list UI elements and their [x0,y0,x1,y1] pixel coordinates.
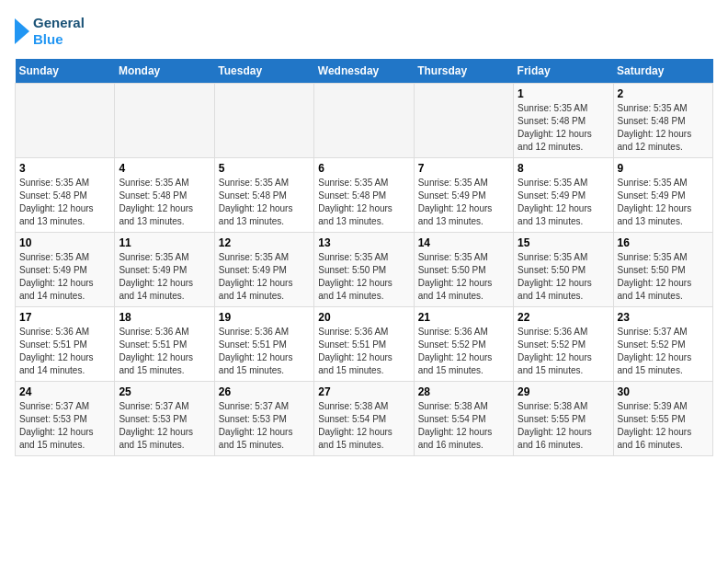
calendar-cell: 30Sunrise: 5:39 AM Sunset: 5:55 PM Dayli… [613,382,712,456]
day-info: Sunrise: 5:37 AM Sunset: 5:53 PM Dayligh… [119,400,210,452]
calendar-cell: 14Sunrise: 5:35 AM Sunset: 5:50 PM Dayli… [414,233,513,307]
day-number: 11 [119,236,210,249]
calendar-cell: 11Sunrise: 5:35 AM Sunset: 5:49 PM Dayli… [115,233,214,307]
day-info: Sunrise: 5:35 AM Sunset: 5:48 PM Dayligh… [19,177,110,228]
calendar-cell: 9Sunrise: 5:35 AM Sunset: 5:49 PM Daylig… [613,158,712,233]
calendar-cell [414,84,513,158]
day-number: 12 [219,236,310,249]
weekday-header-wednesday: Wednesday [314,59,414,84]
day-info: Sunrise: 5:35 AM Sunset: 5:49 PM Dayligh… [19,251,110,303]
calendar-cell: 21Sunrise: 5:36 AM Sunset: 5:52 PM Dayli… [414,307,513,382]
day-number: 14 [418,236,509,249]
day-info: Sunrise: 5:38 AM Sunset: 5:54 PM Dayligh… [418,400,509,452]
calendar-cell: 13Sunrise: 5:35 AM Sunset: 5:50 PM Dayli… [314,233,414,307]
day-number: 20 [318,311,409,324]
day-info: Sunrise: 5:39 AM Sunset: 5:55 PM Dayligh… [618,400,709,452]
day-number: 4 [119,162,210,175]
day-number: 16 [618,236,709,249]
day-number: 29 [518,385,609,398]
calendar-cell: 1Sunrise: 5:35 AM Sunset: 5:48 PM Daylig… [514,84,613,158]
day-info: Sunrise: 5:36 AM Sunset: 5:51 PM Dayligh… [19,326,110,377]
day-number: 24 [19,385,110,398]
day-number: 15 [518,236,609,249]
logo-text: General Blue [33,15,85,48]
day-info: Sunrise: 5:38 AM Sunset: 5:55 PM Dayligh… [518,400,609,452]
day-info: Sunrise: 5:35 AM Sunset: 5:48 PM Dayligh… [618,102,709,154]
logo: General Blue [15,15,85,48]
calendar-cell: 6Sunrise: 5:35 AM Sunset: 5:48 PM Daylig… [314,158,414,233]
day-info: Sunrise: 5:35 AM Sunset: 5:48 PM Dayligh… [119,177,210,228]
day-info: Sunrise: 5:36 AM Sunset: 5:51 PM Dayligh… [119,326,210,377]
day-info: Sunrise: 5:35 AM Sunset: 5:49 PM Dayligh… [418,177,509,228]
calendar-cell: 19Sunrise: 5:36 AM Sunset: 5:51 PM Dayli… [214,307,313,382]
day-number: 17 [19,311,110,324]
day-info: Sunrise: 5:35 AM Sunset: 5:49 PM Dayligh… [119,251,210,303]
day-info: Sunrise: 5:36 AM Sunset: 5:51 PM Dayligh… [318,326,409,377]
svg-marker-0 [15,18,29,44]
day-number: 9 [618,162,709,175]
calendar-cell [314,84,414,158]
day-number: 19 [219,311,310,324]
calendar-week-5: 24Sunrise: 5:37 AM Sunset: 5:53 PM Dayli… [16,382,713,456]
day-info: Sunrise: 5:35 AM Sunset: 5:50 PM Dayligh… [518,251,609,303]
day-number: 5 [219,162,310,175]
day-info: Sunrise: 5:36 AM Sunset: 5:52 PM Dayligh… [518,326,609,377]
weekday-header-monday: Monday [115,59,214,84]
day-number: 2 [618,87,709,100]
calendar-cell: 24Sunrise: 5:37 AM Sunset: 5:53 PM Dayli… [16,382,115,456]
day-number: 27 [318,385,409,398]
calendar-week-2: 3Sunrise: 5:35 AM Sunset: 5:48 PM Daylig… [16,158,713,233]
weekday-header-saturday: Saturday [613,59,712,84]
day-info: Sunrise: 5:35 AM Sunset: 5:48 PM Dayligh… [518,102,609,154]
logo-triangle-icon [15,18,29,44]
calendar-cell: 20Sunrise: 5:36 AM Sunset: 5:51 PM Dayli… [314,307,414,382]
day-info: Sunrise: 5:35 AM Sunset: 5:50 PM Dayligh… [618,251,709,303]
calendar-cell: 2Sunrise: 5:35 AM Sunset: 5:48 PM Daylig… [613,84,712,158]
day-number: 22 [518,311,609,324]
calendar-week-1: 1Sunrise: 5:35 AM Sunset: 5:48 PM Daylig… [16,84,713,158]
day-number: 13 [318,236,409,249]
day-info: Sunrise: 5:36 AM Sunset: 5:52 PM Dayligh… [418,326,509,377]
calendar-week-3: 10Sunrise: 5:35 AM Sunset: 5:49 PM Dayli… [16,233,713,307]
calendar-cell: 18Sunrise: 5:36 AM Sunset: 5:51 PM Dayli… [115,307,214,382]
calendar-cell: 7Sunrise: 5:35 AM Sunset: 5:49 PM Daylig… [414,158,513,233]
day-info: Sunrise: 5:35 AM Sunset: 5:50 PM Dayligh… [318,251,409,303]
day-number: 6 [318,162,409,175]
calendar-table: SundayMondayTuesdayWednesdayThursdayFrid… [15,59,713,456]
calendar-cell: 3Sunrise: 5:35 AM Sunset: 5:48 PM Daylig… [16,158,115,233]
calendar-cell: 8Sunrise: 5:35 AM Sunset: 5:49 PM Daylig… [514,158,613,233]
day-info: Sunrise: 5:36 AM Sunset: 5:51 PM Dayligh… [219,326,310,377]
calendar-cell: 10Sunrise: 5:35 AM Sunset: 5:49 PM Dayli… [16,233,115,307]
calendar-cell: 22Sunrise: 5:36 AM Sunset: 5:52 PM Dayli… [514,307,613,382]
day-number: 21 [418,311,509,324]
day-info: Sunrise: 5:35 AM Sunset: 5:49 PM Dayligh… [618,177,709,228]
weekday-header-tuesday: Tuesday [214,59,313,84]
day-number: 7 [418,162,509,175]
day-info: Sunrise: 5:35 AM Sunset: 5:48 PM Dayligh… [318,177,409,228]
calendar-cell: 12Sunrise: 5:35 AM Sunset: 5:49 PM Dayli… [214,233,313,307]
calendar-cell: 4Sunrise: 5:35 AM Sunset: 5:48 PM Daylig… [115,158,214,233]
calendar-cell: 25Sunrise: 5:37 AM Sunset: 5:53 PM Dayli… [115,382,214,456]
day-info: Sunrise: 5:35 AM Sunset: 5:48 PM Dayligh… [219,177,310,228]
day-number: 10 [19,236,110,249]
calendar-cell [115,84,214,158]
calendar-cell: 15Sunrise: 5:35 AM Sunset: 5:50 PM Dayli… [514,233,613,307]
weekday-header-sunday: Sunday [16,59,115,84]
calendar-week-4: 17Sunrise: 5:36 AM Sunset: 5:51 PM Dayli… [16,307,713,382]
day-number: 30 [618,385,709,398]
day-info: Sunrise: 5:35 AM Sunset: 5:49 PM Dayligh… [219,251,310,303]
calendar-cell: 23Sunrise: 5:37 AM Sunset: 5:52 PM Dayli… [613,307,712,382]
day-info: Sunrise: 5:35 AM Sunset: 5:50 PM Dayligh… [418,251,509,303]
calendar-cell: 5Sunrise: 5:35 AM Sunset: 5:48 PM Daylig… [214,158,313,233]
logo-line2: Blue [33,31,85,48]
day-number: 1 [518,87,609,100]
day-number: 28 [418,385,509,398]
day-number: 25 [119,385,210,398]
page-header: General Blue [15,15,713,48]
logo-line1: General [33,15,85,31]
day-number: 8 [518,162,609,175]
weekday-header-thursday: Thursday [414,59,513,84]
calendar-cell [214,84,313,158]
calendar-cell: 16Sunrise: 5:35 AM Sunset: 5:50 PM Dayli… [613,233,712,307]
day-info: Sunrise: 5:37 AM Sunset: 5:53 PM Dayligh… [19,400,110,452]
